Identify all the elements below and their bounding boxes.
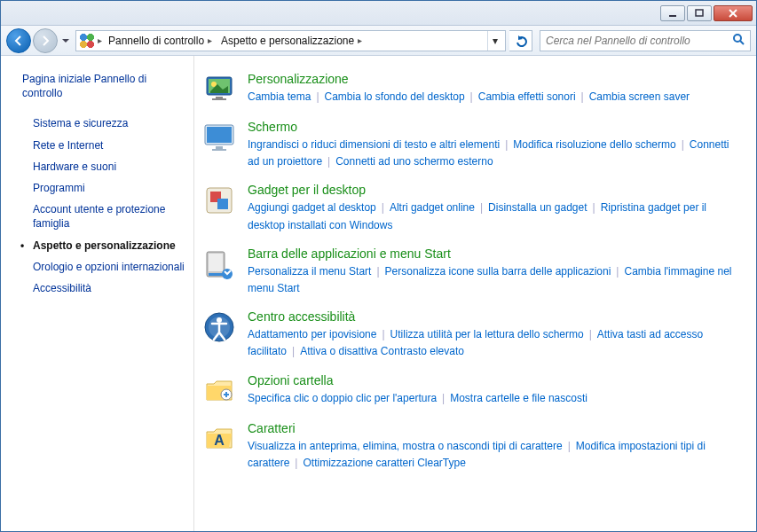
task-link[interactable]: Utilizza utilità per la lettura dello sc… [390, 328, 584, 340]
sidebar-item-0[interactable]: Sistema e sicurezza [22, 113, 185, 134]
sidebar-item-5[interactable]: Aspetto e personalizzazione [22, 235, 185, 256]
svg-rect-1 [696, 10, 703, 16]
search-icon[interactable] [732, 33, 745, 49]
category-title[interactable]: Caratteri [248, 421, 740, 435]
category-tasks: Visualizza in anteprima, elimina, mostra… [248, 438, 740, 472]
category-info: PersonalizzazioneCambia tema|Cambia lo s… [248, 72, 740, 106]
sidebar-item-4[interactable]: Account utente e protezione famiglia [22, 199, 185, 234]
category-3: Barra delle applicazioni e menu StartPer… [201, 246, 740, 297]
ease-icon[interactable] [201, 309, 237, 345]
category-title[interactable]: Gadget per il desktop [248, 183, 740, 197]
task-link[interactable]: Personalizza il menu Start [248, 265, 371, 278]
folder-icon[interactable] [201, 373, 237, 409]
task-divider: | [581, 90, 584, 103]
category-info: Opzioni cartellaSpecifica clic o doppio … [248, 373, 740, 407]
svg-rect-17 [217, 199, 228, 209]
category-5: Opzioni cartellaSpecifica clic o doppio … [201, 373, 740, 409]
task-link[interactable]: Aggiungi gadget al desktop [248, 201, 376, 214]
minimize-button[interactable] [660, 5, 685, 21]
task-divider: | [442, 392, 445, 404]
sidebar-item-6[interactable]: Orologio e opzioni internazionali [22, 256, 185, 278]
content: PersonalizzazioneCambia tema|Cambia lo s… [193, 56, 756, 531]
sidebar-home[interactable]: Pagina iniziale Pannello di controllo [22, 72, 185, 100]
task-divider: | [295, 457, 297, 469]
category-title[interactable]: Schermo [248, 120, 740, 134]
task-link[interactable]: Modifica risoluzione dello schermo [513, 138, 675, 151]
svg-rect-9 [216, 97, 223, 98]
sidebar-item-2[interactable]: Hardware e suoni [22, 156, 185, 177]
back-button[interactable] [6, 28, 31, 53]
sidebar-item-7[interactable]: Accessibilità [22, 278, 185, 299]
category-tasks: Cambia tema|Cambia lo sfondo del desktop… [248, 89, 740, 106]
fonts-icon[interactable]: A [201, 421, 237, 457]
task-link[interactable]: Disinstalla un gadget [488, 201, 587, 214]
sidebar: Pagina iniziale Pannello di controllo Si… [1, 56, 193, 531]
category-info: Centro accessibilitàAdattamento per ipov… [248, 309, 740, 360]
svg-text:A: A [214, 433, 225, 448]
breadcrumb-item-1[interactable]: Aspetto e personalizzazione▸ [218, 35, 365, 47]
task-divider: | [316, 90, 319, 103]
task-link[interactable]: Cambia tema [248, 90, 311, 103]
svg-rect-13 [216, 146, 223, 149]
task-link[interactable]: Cambia screen saver [589, 90, 690, 103]
svg-rect-19 [209, 254, 223, 271]
category-title[interactable]: Personalizzazione [248, 72, 740, 86]
task-divider: | [505, 138, 508, 151]
category-title[interactable]: Centro accessibilità [248, 309, 740, 324]
task-link[interactable]: Ottimizzazione caratteri ClearType [303, 457, 465, 469]
sidebar-item-3[interactable]: Programmi [22, 177, 185, 199]
category-1: SchermoIngrandisci o riduci dimensioni d… [201, 120, 740, 170]
task-divider: | [616, 265, 619, 278]
task-divider: | [568, 440, 571, 452]
task-link[interactable]: Specifica clic o doppio clic per l'apert… [248, 392, 437, 404]
category-title[interactable]: Barra delle applicazioni e menu Start [248, 246, 740, 261]
display-icon[interactable] [201, 120, 237, 155]
refresh-button[interactable] [509, 30, 532, 51]
task-divider: | [292, 345, 295, 357]
address-dropdown[interactable]: ▾ [487, 31, 501, 51]
task-link[interactable]: Cambia lo sfondo del desktop [325, 90, 465, 103]
category-2: Gadget per il desktopAggiungi gadget al … [201, 183, 740, 233]
task-divider: | [327, 155, 330, 168]
control-panel-icon [80, 34, 94, 48]
taskbar-icon[interactable] [201, 246, 237, 282]
task-link[interactable]: Visualizza in anteprima, elimina, mostra… [248, 440, 563, 452]
svg-rect-20 [209, 273, 223, 276]
category-title[interactable]: Opzioni cartella [248, 373, 740, 387]
address-bar[interactable]: ▸ Pannello di controllo▸ Aspetto e perso… [75, 30, 506, 51]
nav-history-dropdown[interactable] [59, 32, 72, 50]
nav-buttons [6, 28, 72, 53]
breadcrumb-item-0[interactable]: Pannello di controllo▸ [106, 35, 215, 47]
close-button[interactable] [714, 5, 753, 21]
task-link[interactable]: Adattamento per ipovisione [248, 328, 376, 340]
category-info: Barra delle applicazioni e menu StartPer… [248, 246, 740, 297]
task-divider: | [470, 90, 473, 103]
task-link[interactable]: Mostra cartelle e file nascosti [450, 392, 587, 404]
category-tasks: Personalizza il menu Start|Personalizza … [248, 263, 740, 297]
task-divider: | [682, 138, 684, 151]
personalization-icon[interactable] [201, 72, 237, 107]
category-4: Centro accessibilitàAdattamento per ipov… [201, 309, 740, 360]
navbar: ▸ Pannello di controllo▸ Aspetto e perso… [1, 26, 756, 56]
svg-rect-12 [207, 127, 232, 143]
category-6: ACaratteriVisualizza in anteprima, elimi… [201, 421, 740, 472]
window: ▸ Pannello di controllo▸ Aspetto e perso… [0, 0, 757, 532]
category-tasks: Aggiungi gadget al desktop|Altri gadget … [248, 200, 740, 233]
task-link[interactable]: Personalizza icone sulla barra delle app… [385, 265, 611, 278]
gadgets-icon[interactable] [201, 183, 237, 218]
task-link[interactable]: Connetti ad uno schermo esterno [335, 155, 493, 168]
body: Pagina iniziale Pannello di controllo Si… [1, 56, 756, 531]
sidebar-item-1[interactable]: Rete e Internet [22, 135, 185, 156]
task-link[interactable]: Cambia effetti sonori [478, 90, 576, 103]
maximize-button[interactable] [687, 5, 712, 21]
task-link[interactable]: Attiva o disattiva Contrasto elevato [300, 345, 464, 357]
forward-button[interactable] [33, 28, 58, 53]
task-link[interactable]: Ingrandisci o riduci dimensioni di testo… [248, 138, 500, 151]
task-divider: | [382, 201, 384, 214]
task-link[interactable]: Altri gadget online [390, 201, 475, 214]
search-box[interactable] [540, 30, 751, 51]
svg-rect-14 [212, 149, 226, 151]
task-divider: | [480, 201, 483, 214]
svg-point-24 [217, 317, 222, 323]
search-input[interactable] [546, 35, 732, 47]
